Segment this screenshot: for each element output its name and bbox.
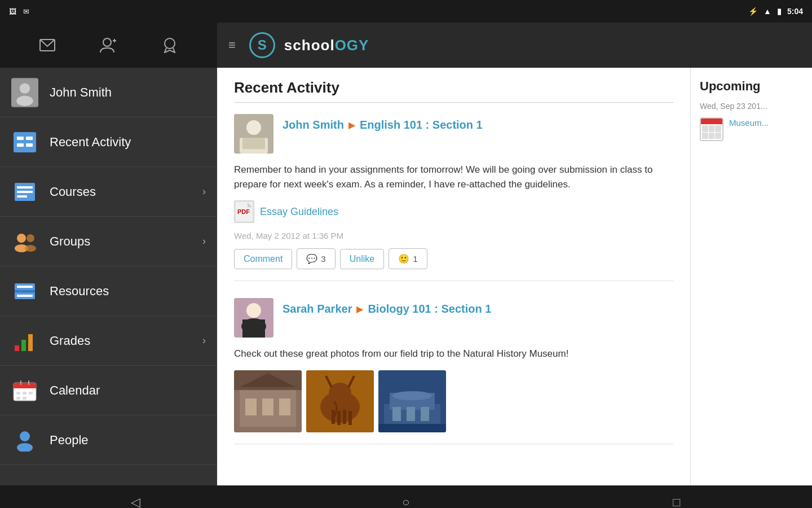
svg-rect-33 bbox=[16, 392, 20, 395]
post-header-2: Sarah Parker ▶ Biology 101 : Section 1 bbox=[234, 298, 673, 338]
attachment-name-1[interactable]: Essay Guidelines bbox=[260, 206, 338, 218]
recent-activity-label: Recent Activity bbox=[50, 135, 206, 150]
topbar-award-icon[interactable] bbox=[158, 34, 181, 56]
svg-point-59 bbox=[329, 383, 351, 403]
photo-thumb-building[interactable] bbox=[234, 370, 302, 432]
photos-grid-2 bbox=[234, 370, 673, 432]
svg-point-20 bbox=[25, 245, 36, 252]
post-timestamp-1: Wed, May 2 2012 at 1:36 PM bbox=[234, 231, 673, 240]
courses-icon bbox=[11, 178, 38, 205]
unlike-label-1: Unlike bbox=[350, 254, 374, 264]
svg-rect-65 bbox=[348, 411, 352, 425]
unlike-button-1[interactable]: Unlike bbox=[340, 249, 384, 269]
sidebar-item-grades[interactable]: Grades › bbox=[0, 316, 217, 366]
post-arrow-1: ▶ bbox=[348, 120, 355, 130]
logo-s: S bbox=[258, 37, 267, 53]
courses-chevron: › bbox=[202, 186, 206, 198]
post-body-2: Check out these great photos from our fi… bbox=[234, 347, 673, 361]
svg-rect-54 bbox=[279, 398, 290, 415]
svg-rect-69 bbox=[392, 407, 401, 421]
sidebar-items: John Smith Recent Activity bbox=[0, 68, 217, 485]
user-name-label: John Smith bbox=[50, 85, 206, 100]
upcoming-item-1[interactable]: Museum... bbox=[700, 117, 803, 141]
svg-point-39 bbox=[17, 443, 33, 452]
svg-point-38 bbox=[20, 431, 30, 441]
sidebar-item-calendar[interactable]: Calendar bbox=[0, 366, 217, 415]
upcoming-event-name[interactable]: Museum... bbox=[729, 117, 769, 129]
post-course-1[interactable]: English 101 : Section 1 bbox=[360, 119, 483, 132]
svg-rect-35 bbox=[29, 392, 33, 395]
svg-rect-27 bbox=[28, 334, 33, 351]
sidebar-item-people[interactable]: People bbox=[0, 415, 217, 465]
sidebar-item-courses[interactable]: Courses › bbox=[0, 167, 217, 217]
svg-rect-14 bbox=[17, 186, 33, 189]
topbar-add-person-icon[interactable] bbox=[97, 34, 120, 56]
status-bar: 🖼 ✉ ⚡ ▲ ▮ 5:04 bbox=[0, 0, 812, 23]
post-author-line-2: Sarah Parker ▶ Biology 101 : Section 1 bbox=[283, 298, 491, 316]
svg-point-1 bbox=[103, 38, 111, 46]
svg-rect-26 bbox=[21, 340, 26, 351]
post-author-1[interactable]: John Smith bbox=[283, 119, 344, 132]
comment-count-button-1[interactable]: 💬 3 bbox=[297, 248, 335, 269]
upcoming-date: Wed, Sep 23 201... bbox=[700, 102, 803, 111]
grades-icon bbox=[11, 327, 38, 354]
resources-icon bbox=[11, 278, 38, 305]
user-avatar-icon bbox=[11, 79, 38, 106]
smile-icon: 🙂 bbox=[398, 253, 409, 264]
logo-circle: S bbox=[249, 32, 275, 58]
app-bar: ≡ S schoolOGY bbox=[217, 23, 812, 68]
groups-label: Groups bbox=[50, 234, 202, 249]
sidebar-item-user[interactable]: John Smith bbox=[0, 68, 217, 117]
logo-school: school bbox=[284, 37, 335, 54]
svg-rect-73 bbox=[378, 424, 446, 432]
svg-point-47 bbox=[246, 303, 261, 318]
groups-icon bbox=[11, 228, 38, 255]
recent-activity-icon bbox=[11, 129, 38, 156]
comment-button-1[interactable]: Comment bbox=[234, 249, 292, 269]
post-author-line-1: John Smith ▶ English 101 : Section 1 bbox=[283, 114, 483, 132]
sidebar-item-resources[interactable]: Resources bbox=[0, 266, 217, 316]
logo-ogy: OGY bbox=[335, 37, 369, 54]
logo-text: schoolOGY bbox=[284, 37, 369, 54]
comment-count-1: 3 bbox=[321, 254, 325, 264]
content-scroll: Recent Activity Joh bbox=[217, 68, 812, 485]
svg-rect-15 bbox=[17, 191, 33, 193]
post-author-2[interactable]: Sarah Parker bbox=[283, 303, 352, 316]
svg-rect-12 bbox=[26, 143, 33, 147]
comment-label-1: Comment bbox=[244, 254, 283, 264]
comment-bubble-icon: 💬 bbox=[306, 253, 317, 264]
status-bar-left: 🖼 ✉ bbox=[9, 7, 29, 16]
svg-rect-30 bbox=[14, 387, 36, 388]
home-button[interactable]: ○ bbox=[389, 491, 423, 508]
svg-rect-49 bbox=[242, 319, 265, 338]
topbar-mail-icon[interactable] bbox=[36, 34, 59, 56]
svg-rect-71 bbox=[421, 407, 429, 421]
clock: 5:04 bbox=[787, 7, 803, 16]
post-course-2[interactable]: Biology 101 : Section 1 bbox=[368, 303, 491, 316]
mail-status-icon: ✉ bbox=[23, 7, 29, 16]
post-header-1: John Smith ▶ English 101 : Section 1 bbox=[234, 114, 673, 154]
svg-rect-23 bbox=[17, 286, 33, 288]
recent-apps-button[interactable]: □ bbox=[660, 491, 694, 508]
hamburger-menu[interactable]: ≡ bbox=[228, 38, 236, 52]
like-count-button-1[interactable]: 🙂 1 bbox=[389, 248, 427, 269]
sidebar-topbar bbox=[0, 23, 217, 68]
post-attachment-1[interactable]: PDF Essay Guidelines bbox=[234, 200, 673, 223]
back-button[interactable]: ◁ bbox=[118, 491, 152, 508]
svg-rect-70 bbox=[407, 407, 415, 421]
svg-rect-16 bbox=[17, 195, 27, 198]
sidebar: John Smith Recent Activity bbox=[0, 23, 217, 485]
courses-label: Courses bbox=[50, 185, 202, 199]
people-icon bbox=[11, 427, 38, 454]
svg-rect-34 bbox=[23, 392, 27, 395]
people-label: People bbox=[50, 433, 206, 448]
feed: Recent Activity Joh bbox=[217, 68, 691, 485]
photo-thumb-mammoth[interactable] bbox=[306, 370, 374, 432]
photo-icon: 🖼 bbox=[9, 7, 16, 16]
calendar-label: Calendar bbox=[50, 383, 206, 398]
sidebar-item-groups[interactable]: Groups › bbox=[0, 217, 217, 266]
svg-rect-63 bbox=[337, 411, 341, 425]
sidebar-item-recent-activity[interactable]: Recent Activity bbox=[0, 117, 217, 167]
photo-thumb-museum[interactable] bbox=[378, 370, 446, 432]
svg-point-19 bbox=[27, 234, 34, 242]
